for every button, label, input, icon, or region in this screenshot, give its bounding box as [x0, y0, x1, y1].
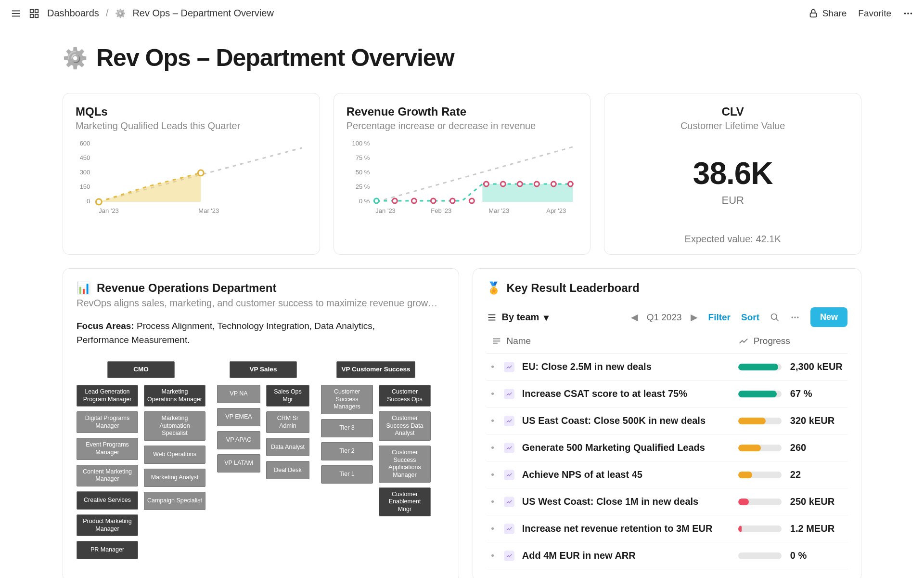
- column-name[interactable]: Name: [491, 336, 738, 346]
- clv-currency: EUR: [721, 194, 744, 207]
- medal-icon: 🏅: [487, 281, 501, 295]
- svg-point-19: [517, 182, 522, 186]
- leaderboard-row[interactable]: •EU: Close 2.5M in new deals2,300 kEUR: [487, 354, 848, 381]
- breadcrumb-title[interactable]: Rev Ops – Department Overview: [132, 8, 273, 19]
- row-value: 22: [790, 469, 801, 480]
- org-cmo: CMO Lead Generation Program Manager Digi…: [77, 361, 205, 559]
- bullet-icon: •: [491, 524, 494, 534]
- bar-chart-icon: 📊: [77, 281, 91, 295]
- more-icon[interactable]: [790, 313, 800, 322]
- sort-button[interactable]: Sort: [741, 312, 759, 323]
- favorite-label: Favorite: [858, 8, 891, 19]
- org-box: Marketing Operations Manager: [144, 385, 205, 407]
- leaderboard-row[interactable]: •Achieve NPS of at least 4522: [487, 461, 848, 488]
- ytick: 50 %: [355, 169, 370, 176]
- bullet-icon: •: [491, 416, 494, 426]
- progress-bar: [738, 391, 782, 397]
- favorite-button[interactable]: Favorite: [858, 8, 891, 19]
- org-box: VP APAC: [217, 431, 260, 449]
- org-box: Product Marketing Manager: [77, 514, 138, 536]
- new-button[interactable]: New: [810, 307, 847, 327]
- more-menu-icon[interactable]: [903, 8, 913, 19]
- leaderboard-row[interactable]: •Increase CSAT score to at least 75%67 %: [487, 381, 848, 407]
- kpi-chart-icon: [504, 362, 514, 372]
- share-button[interactable]: Share: [808, 8, 847, 19]
- org-box: Web Operations: [144, 446, 205, 464]
- period-next[interactable]: ▶: [691, 312, 698, 323]
- svg-point-30: [797, 316, 798, 318]
- ytick: 600: [80, 140, 90, 147]
- org-box: Creative Services: [77, 491, 138, 510]
- card-clv-title: CLV: [617, 105, 848, 118]
- xtick: Mar '23: [488, 207, 509, 214]
- leaderboard-row[interactable]: •US West Coast: Close 1M in new deals250…: [487, 488, 848, 515]
- ytick: 450: [80, 154, 90, 161]
- breadcrumb-root[interactable]: Dashboards: [47, 8, 99, 19]
- svg-point-16: [469, 198, 474, 203]
- org-box: Tier 3: [321, 419, 373, 437]
- leaderboard-columns: Name Progress: [487, 327, 848, 354]
- org-top-vcs: VP Customer Success: [336, 361, 415, 378]
- bullet-icon: •: [491, 362, 494, 372]
- kpi-chart-icon: [504, 389, 514, 399]
- bullet-icon: •: [491, 497, 494, 507]
- card-growth[interactable]: Revenue Growth Rate Percentage increase …: [334, 93, 591, 255]
- kpi-chart-icon: [504, 497, 514, 507]
- dashboard-grid-icon[interactable]: [29, 8, 39, 19]
- progress-bar: [738, 552, 782, 559]
- xtick: Jan '23: [99, 207, 119, 214]
- row-name: Generate 500 Marketing Qualified Leads: [522, 442, 705, 453]
- search-icon[interactable]: [770, 313, 780, 322]
- page-title-row: ⚙️ Rev Ops – Department Overview: [63, 44, 861, 72]
- leaderboard-row[interactable]: •US East Coast: Close 500K in new deals3…: [487, 407, 848, 434]
- svg-rect-3: [30, 9, 33, 12]
- period-label[interactable]: Q1 2023: [647, 312, 682, 323]
- clv-value: 38.6K: [693, 156, 773, 191]
- row-name: Achieve NPS of at least 45: [522, 469, 642, 480]
- ytick: 100 %: [352, 140, 370, 147]
- topbar-left: Dashboards / ⚙️ Rev Ops – Department Ove…: [11, 8, 274, 19]
- ytick: 75 %: [355, 154, 370, 161]
- ytick: 0 %: [359, 197, 370, 205]
- page-title: Rev Ops – Department Overview: [96, 44, 454, 72]
- svg-rect-7: [810, 13, 816, 17]
- row-value: 1.2 MEUR: [790, 523, 834, 534]
- row-value: 250 kEUR: [790, 496, 834, 507]
- progress-bar: [738, 445, 782, 451]
- breadcrumb-sep: /: [106, 8, 109, 19]
- org-box: VP NA: [217, 385, 260, 403]
- growth-chart: 100 % 75 % 50 % 25 % 0 %: [346, 138, 578, 215]
- bullet-icon: •: [491, 443, 494, 453]
- leaderboard-row[interactable]: •Generate 500 Marketing Qualified Leads2…: [487, 434, 848, 461]
- view-selector[interactable]: By team ▾: [487, 312, 549, 323]
- ytick: 150: [80, 183, 90, 190]
- org-box: Customer Success Ops: [379, 385, 431, 407]
- org-box: Tier 1: [321, 465, 373, 484]
- org-top-vpsales: VP Sales: [230, 361, 297, 378]
- org-box: Sales Ops Mgr: [266, 385, 309, 407]
- mqls-point: [198, 170, 204, 176]
- period-nav: ◀ Q1 2023 ▶: [631, 312, 698, 323]
- leaderboard-row[interactable]: •Add 4M EUR in new ARR0 %: [487, 542, 848, 569]
- card-mqls[interactable]: MQLs Marketing Qualified Leads this Quar…: [63, 93, 320, 255]
- svg-point-10: [911, 13, 912, 14]
- row-name: EU: Close 2.5M in new deals: [522, 361, 652, 372]
- kpi-chart-icon: [504, 470, 514, 480]
- org-box: Marketing Analyst: [144, 469, 205, 487]
- xtick: Mar '23: [198, 207, 219, 214]
- column-progress[interactable]: Progress: [738, 336, 843, 346]
- bottom-row: 📊 Revenue Operations Department RevOps a…: [63, 268, 861, 578]
- card-clv[interactable]: CLV Customer Lifetime Value 38.6K EUR Ex…: [604, 93, 861, 255]
- menu-icon[interactable]: [11, 8, 21, 19]
- period-prev[interactable]: ◀: [631, 312, 638, 323]
- filter-button[interactable]: Filter: [708, 312, 731, 323]
- svg-point-15: [450, 198, 455, 203]
- org-box: Customer Success Applications Manager: [379, 446, 431, 483]
- leaderboard-header-text: Key Result Leaderboard: [507, 281, 640, 295]
- leaderboard-toolbar: By team ▾ ◀ Q1 2023 ▶ Filter Sort: [487, 307, 848, 327]
- leaderboard-row[interactable]: •Increase net revenue retention to 3M EU…: [487, 515, 848, 542]
- org-box: Tier 2: [321, 442, 373, 460]
- leaderboard-header: 🏅 Key Result Leaderboard: [487, 281, 848, 295]
- mqls-chart: 600 450 300 150 0 Jan '23 Mar '23: [76, 138, 307, 215]
- growth-area: [482, 184, 573, 202]
